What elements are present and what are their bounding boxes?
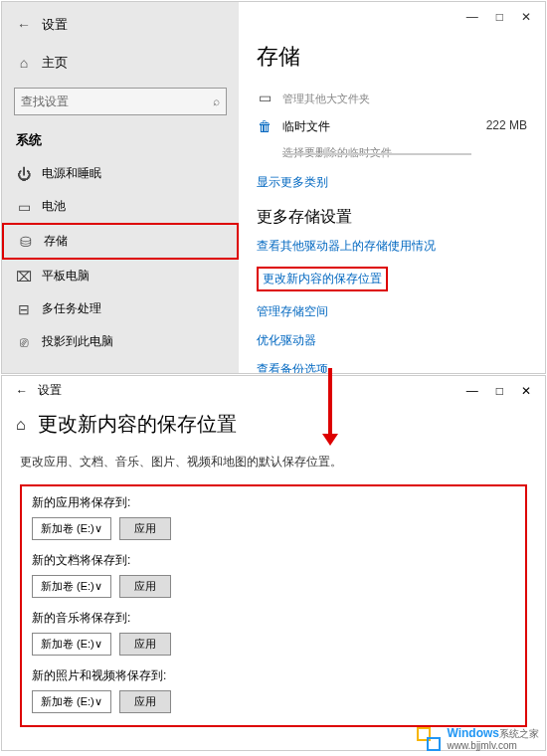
location-item-photos: 新的照片和视频将保存到: 🖼 新加卷 (E:)∨ 应用	[32, 667, 515, 713]
close-button[interactable]: ✕	[521, 384, 531, 398]
apply-button[interactable]: 应用	[119, 517, 171, 540]
link-backup-options[interactable]: 查看备份选项	[257, 357, 527, 373]
power-icon: ⏻	[16, 166, 32, 182]
location-item-documents: 新的文档将保存到: 🗎 新加卷 (E:)∨ 应用	[32, 552, 515, 598]
volume-select[interactable]: 新加卷 (E:)∨	[32, 690, 111, 713]
link-other-drives[interactable]: 查看其他驱动器上的存储使用情况	[257, 234, 527, 259]
section-heading: 系统	[2, 123, 239, 157]
search-input[interactable]: 查找设置 ⌕	[14, 88, 227, 115]
home-label: 主页	[42, 54, 68, 72]
sidebar-item-storage[interactable]: ⛁ 存储	[2, 223, 239, 260]
page-title: 存储	[257, 42, 527, 72]
back-icon[interactable]: ←	[16, 384, 28, 398]
sidebar-item-label: 电源和睡眠	[42, 165, 101, 182]
chevron-down-icon: ∨	[94, 580, 102, 593]
sidebar-item-project[interactable]: ⎚ 投影到此电脑	[2, 325, 239, 358]
watermark-logo-icon	[417, 727, 441, 751]
sidebar-item-multitask[interactable]: ⊟ 多任务处理	[2, 292, 239, 325]
minimize-button[interactable]: —	[466, 384, 478, 398]
temp-files-label: 临时文件	[282, 118, 476, 135]
link-optimize-drives[interactable]: 优化驱动器	[257, 328, 527, 353]
temp-files-value: 222 MB	[486, 118, 527, 132]
multitask-icon: ⊟	[16, 301, 32, 317]
save-locations-panel: 新的应用将保存到: 🖵 新加卷 (E:)∨ 应用 新的文档将保存到: 🗎 新加卷…	[20, 484, 527, 727]
main-content: 存储 ▭ 管理其他大文件夹 🗑 临时文件 选择要删除的临时文件 222 MB 显…	[239, 2, 545, 373]
location-label: 新的照片和视频将保存到:	[32, 667, 515, 684]
chevron-down-icon: ∨	[94, 522, 102, 535]
sidebar-item-label: 存储	[44, 233, 68, 250]
chevron-down-icon: ∨	[94, 638, 102, 651]
location-item-apps: 新的应用将保存到: 🖵 新加卷 (E:)∨ 应用	[32, 494, 515, 540]
annotation-arrow	[328, 368, 332, 438]
apply-button[interactable]: 应用	[119, 575, 171, 598]
show-more-link[interactable]: 显示更多类别	[257, 170, 527, 195]
minimize-button[interactable]: —	[466, 10, 478, 24]
project-icon: ⎚	[16, 334, 32, 350]
sidebar-item-label: 电池	[42, 198, 66, 215]
sidebar-item-label: 平板电脑	[42, 268, 90, 284]
sidebar-item-label: 多任务处理	[42, 300, 101, 317]
watermark-brand: Windows	[447, 726, 499, 740]
back-icon[interactable]: ←	[16, 17, 32, 33]
apply-button[interactable]: 应用	[119, 633, 171, 656]
volume-select[interactable]: 新加卷 (E:)∨	[32, 633, 111, 656]
folder-icon: ▭	[257, 90, 273, 105]
watermark-tagline: 系统之家	[499, 728, 539, 739]
tablet-icon: ⌧	[16, 269, 32, 284]
maximize-button[interactable]: □	[496, 10, 503, 24]
home-icon: ⌂	[16, 55, 32, 71]
volume-select[interactable]: 新加卷 (E:)∨	[32, 517, 111, 540]
location-label: 新的音乐将保存到:	[32, 610, 515, 627]
more-storage-heading: 更多存储设置	[257, 207, 527, 228]
home-icon[interactable]: ⌂	[16, 416, 26, 434]
location-label: 新的应用将保存到:	[32, 494, 515, 511]
watermark: Windows系统之家 www.bjjmlv.com	[417, 726, 539, 752]
sidebar-item-label: 投影到此电脑	[42, 333, 113, 350]
volume-select[interactable]: 新加卷 (E:)∨	[32, 575, 111, 598]
page-title: 更改新内容的保存位置	[38, 411, 237, 438]
apply-button[interactable]: 应用	[119, 690, 171, 713]
battery-icon: ▭	[16, 199, 32, 215]
large-files-label: 管理其他大文件夹	[282, 92, 527, 106]
maximize-button[interactable]: □	[496, 384, 503, 398]
sidebar-item-battery[interactable]: ▭ 电池	[2, 190, 239, 223]
link-manage-spaces[interactable]: 管理存储空间	[257, 299, 527, 324]
search-placeholder: 查找设置	[21, 94, 213, 110]
sidebar: ← 设置 ⌂ 主页 查找设置 ⌕ 系统 ⏻ 电源和睡眠 ▭ 电池 ⛁ 存储 ⌧ …	[2, 2, 239, 373]
trash-icon: 🗑	[257, 118, 273, 134]
page-description: 更改应用、文档、音乐、图片、视频和地图的默认保存位置。	[2, 444, 545, 480]
link-change-save-location[interactable]: 更改新内容的保存位置	[257, 267, 388, 291]
settings-label: 设置	[42, 16, 68, 34]
location-item-music: 新的音乐将保存到: ♪ 新加卷 (E:)∨ 应用	[32, 610, 515, 656]
chevron-down-icon: ∨	[94, 695, 102, 708]
search-icon: ⌕	[213, 94, 220, 108]
home-link[interactable]: ⌂ 主页	[2, 46, 239, 80]
usage-bar	[282, 153, 471, 155]
sidebar-item-power[interactable]: ⏻ 电源和睡眠	[2, 157, 239, 190]
settings-label: 设置	[38, 382, 62, 399]
storage-icon: ⛁	[18, 234, 34, 250]
watermark-url: www.bjjmlv.com	[447, 740, 516, 751]
location-label: 新的文档将保存到:	[32, 552, 515, 569]
sidebar-item-tablet[interactable]: ⌧ 平板电脑	[2, 260, 239, 292]
close-button[interactable]: ✕	[521, 10, 531, 24]
